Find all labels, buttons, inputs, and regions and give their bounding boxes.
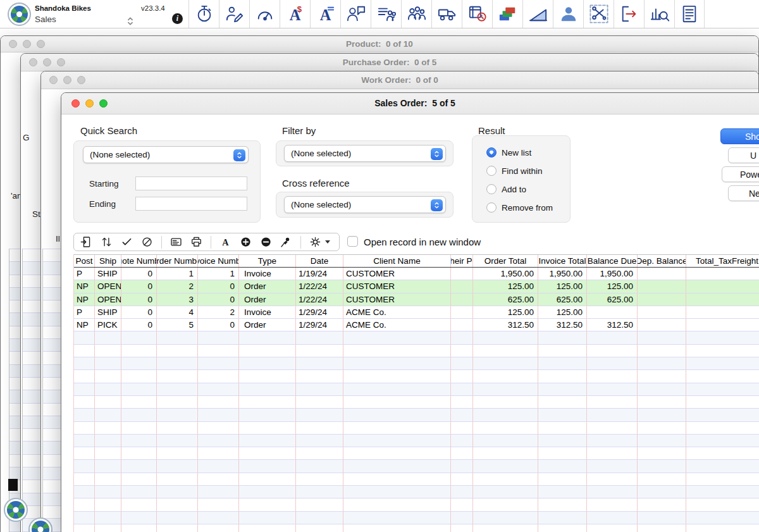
module-select[interactable]: Sales xyxy=(35,15,56,24)
radio-icon[interactable] xyxy=(486,166,497,176)
table-cell: 312.50 xyxy=(473,319,538,331)
table-cell xyxy=(587,409,638,421)
starting-input[interactable] xyxy=(135,176,247,190)
radio-icon[interactable] xyxy=(486,202,497,213)
ban-icon[interactable] xyxy=(141,236,153,248)
a-dollar-icon[interactable]: A$ xyxy=(280,0,310,28)
column-header-invoice-number[interactable]: Invoice Number xyxy=(198,255,239,267)
people-group-icon[interactable] xyxy=(401,0,431,28)
card-stack-icon[interactable] xyxy=(492,0,522,28)
chart-search-icon[interactable] xyxy=(644,0,674,28)
ending-input[interactable] xyxy=(135,197,247,211)
table-cell: 4 xyxy=(157,306,198,318)
table-cell xyxy=(296,422,343,434)
column-header-their-po[interactable]: Their PO xyxy=(451,255,473,267)
table-cell xyxy=(121,524,157,532)
column-header-type[interactable]: Type xyxy=(239,255,296,267)
sort-icon[interactable] xyxy=(101,236,113,248)
remove-icon[interactable] xyxy=(260,236,272,248)
pin-icon[interactable] xyxy=(280,236,292,248)
table-cell xyxy=(686,370,759,382)
table-cell xyxy=(638,435,686,447)
table-row[interactable]: NPOPEN030Order1/22/24CUSTOMER625.00625.0… xyxy=(74,294,759,306)
table-cell: Invoice xyxy=(239,306,296,318)
quick-search-dropdown[interactable]: (None selected) xyxy=(83,146,249,163)
radio-new-list[interactable]: New list xyxy=(486,146,531,159)
button-power[interactable]: Power xyxy=(722,166,759,182)
radio-find-within[interactable]: Find within xyxy=(486,164,543,177)
starting-label: Starting xyxy=(89,179,119,189)
column-header-client-name[interactable]: Client Name xyxy=(343,255,451,267)
radio-icon[interactable] xyxy=(486,147,497,158)
person-edit-icon[interactable] xyxy=(219,0,249,28)
table-cell: OPEN xyxy=(95,294,121,306)
a-tax-icon[interactable]: A xyxy=(310,0,340,28)
info-icon[interactable]: i xyxy=(172,13,183,24)
column-header-date[interactable]: Date xyxy=(296,255,343,267)
check-icon[interactable] xyxy=(121,236,133,248)
people-list-icon[interactable] xyxy=(371,0,401,28)
table-cell xyxy=(239,345,296,357)
truck-icon[interactable] xyxy=(431,0,462,28)
title-bar[interactable]: Work Order: 0 of 0 xyxy=(41,71,758,89)
table-row[interactable]: NPPICK050Order1/29/24ACME Co.312.50312.5… xyxy=(74,319,759,331)
filter-by-dropdown[interactable]: (None selected) xyxy=(284,145,446,162)
table-cell xyxy=(686,460,759,472)
table-cell xyxy=(157,357,198,369)
ramp-chart-icon[interactable] xyxy=(522,0,553,28)
table-row[interactable]: PSHIP042Invoice1/29/24ACME Co.125.00125.… xyxy=(74,306,759,319)
column-header-dep-balance[interactable]: Dep. Balance xyxy=(638,255,686,267)
table-cell xyxy=(95,357,121,369)
table-cell xyxy=(296,370,343,382)
button-u[interactable]: U xyxy=(728,147,759,163)
button-sho[interactable]: Sho xyxy=(720,128,759,144)
table-cell: 0 xyxy=(121,319,157,331)
radio-add-to[interactable]: Add to xyxy=(486,183,526,195)
open-record-checkbox-label: Open record in new window xyxy=(364,237,481,247)
radio-icon[interactable] xyxy=(486,184,497,194)
open-record-checkbox[interactable] xyxy=(347,236,358,247)
cross-reference-dropdown[interactable]: (None selected) xyxy=(284,196,446,213)
table-cell xyxy=(95,422,121,434)
stopwatch-icon[interactable] xyxy=(188,0,219,28)
table-cell xyxy=(296,473,343,485)
person-chat-icon[interactable] xyxy=(340,0,371,28)
gear-icon[interactable] xyxy=(309,236,321,248)
table-cell xyxy=(686,409,759,421)
clock-badge-icon[interactable] xyxy=(462,0,492,28)
print-icon[interactable] xyxy=(190,236,202,248)
column-header-total-taxfreight[interactable]: Total_TaxFreight xyxy=(686,255,759,267)
scissors-percent-icon[interactable] xyxy=(583,0,614,28)
column-header-ship[interactable]: Ship xyxy=(95,255,121,267)
card-icon[interactable] xyxy=(170,236,182,248)
chevron-updown-icon[interactable] xyxy=(126,16,135,27)
window-title: Sales Order: 5 of 5 xyxy=(61,98,759,108)
table-cell xyxy=(538,409,587,421)
column-header-quote-number[interactable]: Quote Number xyxy=(121,255,157,267)
new-record-icon[interactable] xyxy=(80,236,92,248)
title-bar[interactable]: Sales Order: 5 of 5 xyxy=(61,93,759,114)
table-cell xyxy=(538,447,587,459)
column-header-balance-due[interactable]: Balance Due xyxy=(587,255,638,267)
radio-remove-from[interactable]: Remove from xyxy=(486,201,553,214)
person-icon[interactable] xyxy=(553,0,583,28)
table-row[interactable]: PSHIP011Invoice1/19/24CUSTOMER1,950.001,… xyxy=(74,268,759,280)
column-header-order-total[interactable]: Order Total xyxy=(473,255,538,267)
table-cell xyxy=(451,331,473,343)
gauge-icon[interactable] xyxy=(249,0,280,28)
column-header-invoice-total[interactable]: Invoice Total xyxy=(538,255,587,267)
table-cell: 0 xyxy=(198,319,239,331)
column-header-post[interactable]: Post xyxy=(74,255,95,267)
title-bar[interactable]: Product: 0 of 10 xyxy=(1,36,758,53)
screen: Shandoka Bikes v23.3.4 Sales i A$A Produ… xyxy=(0,0,759,532)
add-icon[interactable] xyxy=(240,236,252,248)
button-new[interactable]: New xyxy=(728,185,759,201)
format-a-icon[interactable]: A xyxy=(219,236,231,248)
table-cell xyxy=(343,409,451,421)
exit-arrow-icon[interactable] xyxy=(614,0,644,28)
document-report-icon[interactable] xyxy=(674,0,705,28)
title-bar[interactable]: Purchase Order: 0 of 5 xyxy=(21,54,758,71)
table-row[interactable]: NPOPEN020Order1/22/24CUSTOMER125.00125.0… xyxy=(74,280,759,293)
chevron-down-icon[interactable] xyxy=(325,240,330,244)
column-header-order-number[interactable]: Order Number xyxy=(157,255,198,267)
